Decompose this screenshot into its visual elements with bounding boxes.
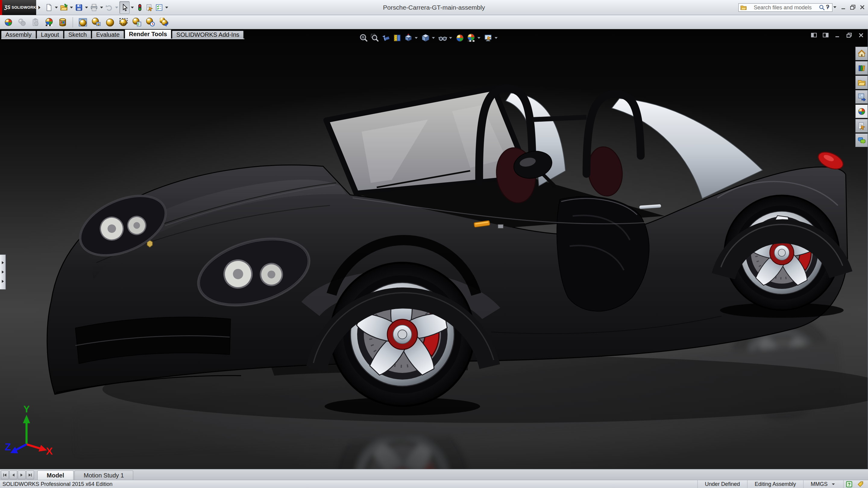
task-pane-solidworks-resources[interactable]: [855, 47, 868, 60]
undo-button[interactable]: [104, 1, 114, 14]
render-options-button[interactable]: [131, 16, 143, 28]
final-render-button[interactable]: [104, 16, 116, 28]
hide-show-items-dropdown[interactable]: [449, 37, 452, 39]
select-cursor-icon: [121, 4, 128, 11]
display-style-button[interactable]: [421, 33, 436, 42]
print-button[interactable]: [89, 1, 99, 14]
show-left-pane-icon[interactable]: [810, 32, 818, 39]
open-dropdown[interactable]: [70, 7, 73, 8]
render-region-button[interactable]: [118, 16, 130, 28]
edit-appearance-button[interactable]: [2, 16, 14, 28]
status-bar: SOLIDWORKS Professional 2015 x64 Edition…: [0, 480, 868, 488]
minimize-button[interactable]: [840, 4, 847, 10]
task-pane: [855, 47, 868, 147]
quick-tips-icon[interactable]: ?: [846, 481, 852, 487]
integrated-preview-button[interactable]: [77, 16, 89, 28]
task-pane-design-library[interactable]: [855, 61, 868, 75]
options-button[interactable]: [154, 1, 164, 14]
doc-restore-button[interactable]: [846, 32, 853, 39]
edit-decal-button[interactable]: [57, 16, 69, 28]
solidworks-window: { "window": { "title": "Porsche-Carrera-…: [0, 0, 868, 488]
model-tab[interactable]: Model: [37, 470, 73, 480]
apply-scene-dropdown[interactable]: [477, 37, 480, 39]
last-tab-icon: [28, 473, 32, 477]
view-orientation-dropdown[interactable]: [415, 37, 418, 39]
task-pane-solidworks-forum[interactable]: [855, 133, 868, 147]
schedule-render-button[interactable]: [145, 16, 157, 28]
task-pane-file-explorer[interactable]: [855, 76, 868, 89]
options-icon: [155, 4, 163, 11]
section-view-icon: [393, 33, 402, 42]
apply-scene-icon: [467, 33, 475, 42]
select-dropdown[interactable]: [131, 7, 134, 8]
zoom-to-area-button[interactable]: [370, 33, 379, 42]
print-dropdown[interactable]: [100, 7, 103, 8]
units-dropdown[interactable]: [832, 484, 835, 485]
rebuild-button[interactable]: [135, 1, 145, 14]
tab-evaluate[interactable]: Evaluate: [92, 31, 124, 38]
show-right-pane-icon[interactable]: [822, 32, 830, 39]
next-tab-button[interactable]: [18, 470, 26, 479]
hide-show-items-button[interactable]: [438, 33, 453, 42]
view-settings-button[interactable]: [484, 33, 499, 42]
new-button[interactable]: [44, 1, 54, 14]
copy-appearance-button[interactable]: [16, 16, 28, 28]
restore-button[interactable]: [849, 4, 856, 10]
preview-window-button[interactable]: [90, 16, 102, 28]
prev-tab-button[interactable]: [9, 470, 17, 479]
next-tab-icon: [20, 473, 24, 477]
first-tab-button[interactable]: [1, 470, 9, 479]
view-orientation-button[interactable]: [404, 33, 419, 42]
tag-icon[interactable]: [857, 481, 864, 487]
last-tab-button[interactable]: [26, 470, 34, 479]
close-button[interactable]: [859, 4, 866, 10]
zoom-to-fit-button[interactable]: [359, 33, 368, 42]
previous-view-button[interactable]: [381, 33, 391, 42]
flyout-arrow-icon: [2, 280, 4, 283]
triad-x-label: X: [46, 445, 53, 457]
doc-minimize-button[interactable]: [834, 32, 841, 39]
open-button[interactable]: [59, 1, 69, 14]
save-button[interactable]: [74, 1, 84, 14]
custom-properties-icon: [858, 122, 866, 130]
new-dropdown[interactable]: [55, 7, 58, 8]
search-box[interactable]: [738, 3, 832, 12]
display-style-dropdown[interactable]: [432, 37, 435, 39]
logo-brand: SOLIDWORKS: [11, 5, 38, 10]
render-options-icon: [133, 18, 142, 27]
final-render-icon: [105, 18, 115, 27]
section-view-button[interactable]: [393, 33, 402, 42]
feature-tree-flyout[interactable]: [0, 255, 6, 290]
task-pane-view-palette[interactable]: [855, 90, 868, 104]
help-icon[interactable]: ?: [826, 4, 830, 10]
file-properties-button[interactable]: [145, 1, 154, 14]
save-dropdown[interactable]: [85, 7, 88, 8]
model-tabs-bar: Model Motion Study 1: [0, 469, 868, 480]
apply-scene-button[interactable]: [467, 33, 482, 42]
options-dropdown[interactable]: [165, 7, 168, 8]
undo-dropdown[interactable]: [115, 7, 118, 8]
task-pane-appearances-scenes-decals[interactable]: [855, 104, 868, 118]
first-tab-icon: [3, 473, 7, 477]
view-settings-dropdown[interactable]: [495, 37, 498, 39]
tab-solidworks-add-ins[interactable]: SOLIDWORKS Add-Ins: [172, 31, 244, 38]
motion-study-tab[interactable]: Motion Study 1: [74, 470, 133, 480]
search-input[interactable]: [747, 4, 818, 11]
hud-edit-appearance-button[interactable]: [456, 33, 464, 42]
doc-close-button[interactable]: [858, 32, 865, 39]
hide-show-items-icon: [438, 33, 447, 42]
task-pane-custom-properties[interactable]: [855, 119, 868, 133]
viewport-canvas[interactable]: Assembly Layout Sketch Evaluate Render T…: [0, 29, 868, 469]
tab-render-tools[interactable]: Render Tools: [125, 30, 171, 38]
help-dropdown[interactable]: [833, 6, 836, 8]
select-button[interactable]: [119, 1, 130, 14]
tab-sketch[interactable]: Sketch: [64, 31, 91, 38]
recall-last-render-button[interactable]: [158, 16, 170, 28]
edit-scene-button[interactable]: [43, 16, 55, 28]
tab-assembly[interactable]: Assembly: [1, 31, 36, 38]
search-icon[interactable]: [818, 4, 825, 11]
tab-layout[interactable]: Layout: [37, 31, 63, 38]
units-selector[interactable]: MMGS: [803, 480, 843, 488]
view-orientation-icon: [404, 33, 413, 42]
paste-appearance-button[interactable]: [30, 16, 41, 28]
